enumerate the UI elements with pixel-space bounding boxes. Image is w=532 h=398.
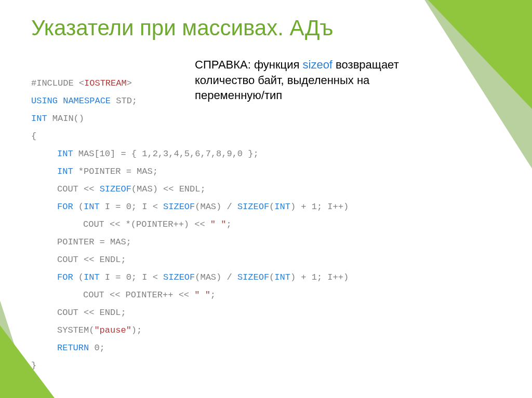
code-line: COUT << *(POINTER++) << " ";: [31, 219, 232, 229]
code-line: COUT << ENDL;: [31, 308, 126, 318]
decor-triangle: [428, 0, 532, 109]
code-line: INT *POINTER = MAS;: [31, 167, 158, 176]
code-line: FOR (INT I = 0; I < SIZEOF(MAS) / SIZEOF…: [31, 272, 349, 282]
code-line: COUT << POINTER++ << " ";: [31, 290, 216, 300]
code-block: #INCLUDE <IOSTREAM> USING NAMESPACE STD;…: [31, 57, 349, 392]
code-line: USING NAMESPACE STD;: [31, 96, 137, 106]
code-line: FOR (INT I = 0; I < SIZEOF(MAS) / SIZEOF…: [31, 202, 349, 212]
code-line: COUT << SIZEOF(MAS) << ENDL;: [31, 184, 206, 194]
decor-triangle: [0, 325, 55, 398]
slide: Указатели при массивах. АДъ СПРАВКА: фун…: [0, 0, 532, 398]
code-line: {: [31, 131, 36, 141]
code-line: COUT << ENDL;: [31, 255, 126, 265]
code-line: INT MAIN(): [31, 114, 84, 123]
code-line: POINTER = MAS;: [31, 237, 131, 247]
code-line: INT MAS[10] = { 1,2,3,4,5,6,7,8,9,0 };: [31, 149, 259, 159]
slide-title: Указатели при массивах. АДъ: [31, 16, 334, 40]
code-line: #INCLUDE <IOSTREAM>: [31, 78, 132, 88]
